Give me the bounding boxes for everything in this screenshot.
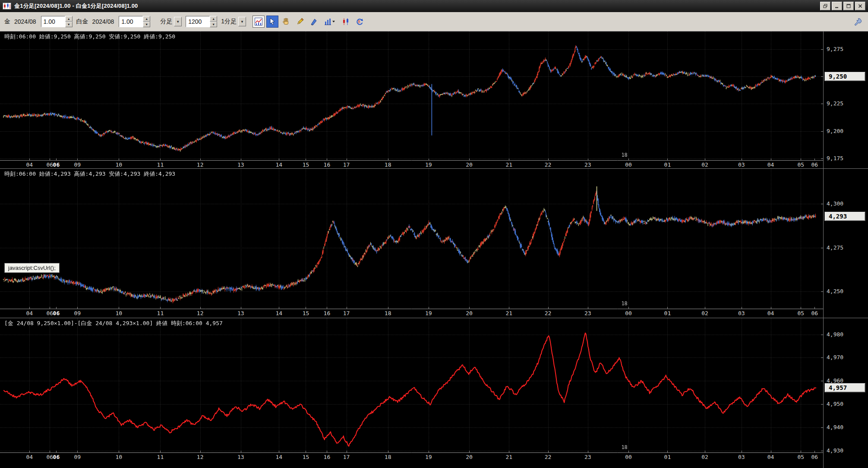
refresh-button[interactable]: R — [354, 16, 366, 28]
x-tick-label: 13 — [237, 310, 244, 316]
gold-multiplier-up-button[interactable]: ▲ — [65, 16, 73, 22]
x-tick-label: 21 — [505, 161, 512, 168]
x-tick-label: 06 — [53, 161, 60, 168]
x-tick-label: 11 — [157, 161, 164, 168]
gold-date-marker: 18 — [621, 152, 627, 158]
cursor-tool-button[interactable] — [266, 16, 278, 28]
x-tick-label: 09 — [74, 161, 81, 168]
chart-grid-button[interactable] — [253, 16, 265, 28]
x-tick-label: 01 — [664, 161, 671, 168]
spread-y-axis: 4,957 4,9804,9704,9604,9504,9404,930 — [823, 318, 868, 468]
hand-icon — [282, 17, 290, 26]
y-tick-label: 4,930 — [827, 447, 843, 454]
maximize-button[interactable] — [843, 2, 854, 10]
minimize-button[interactable] — [832, 2, 842, 10]
y-tick-label: 9,275 — [827, 46, 843, 52]
x-tick-label: 10 — [116, 310, 123, 316]
x-tick-label: 04 — [767, 161, 774, 168]
spread-line-canvas[interactable] — [0, 318, 823, 453]
x-tick-label: 03 — [738, 310, 745, 316]
platinum-multiplier-value[interactable]: 1.00 — [119, 16, 143, 27]
bar-count-down-button[interactable]: ▼ — [210, 22, 217, 27]
close-button[interactable] — [855, 2, 865, 10]
x-tick-label: 06 — [53, 454, 60, 460]
x-tick-label: 06 — [811, 454, 818, 460]
gold-multiplier-down-button[interactable]: ▼ — [65, 22, 73, 27]
y-tick-label: 9,225 — [827, 100, 843, 107]
compare-chart-button[interactable] — [340, 16, 352, 28]
y-tick-label: 4,250 — [827, 288, 843, 294]
x-tick-label: 14 — [276, 161, 283, 168]
x-tick-label: 01 — [664, 454, 671, 460]
interval-dropdown-icon[interactable]: ▼ — [238, 17, 246, 26]
x-tick-label: 00 — [625, 454, 632, 460]
x-tick-label: 20 — [466, 310, 473, 316]
x-tick-label: 13 — [237, 454, 244, 460]
candle-pair-icon — [341, 17, 350, 26]
settings-button[interactable] — [852, 16, 864, 28]
platinum-multiplier-spinner[interactable]: 1.00 ▲ ▼ — [119, 16, 150, 27]
x-tick-label: 17 — [343, 161, 350, 168]
indicator-menu-button[interactable] — [322, 16, 338, 28]
tool-group: R — [253, 16, 366, 28]
x-tick-label: 06 — [47, 161, 54, 168]
window-title: 金1分足[2024/08]1.00 - 白金1分足[2024/08]1.00 — [14, 2, 138, 10]
x-tick-label: 04 — [26, 310, 33, 316]
platinum-candle-canvas[interactable] — [0, 169, 823, 309]
bar-type-select[interactable]: 分足 ▼ — [160, 16, 182, 27]
x-tick-label: 02 — [701, 161, 708, 168]
titlebar: 金1分足[2024/08]1.00 - 白金1分足[2024/08]1.00 — [0, 0, 868, 12]
gold-multiplier-spinner[interactable]: 1.00 ▲ ▼ — [41, 16, 73, 27]
x-tick-label: 16 — [324, 454, 331, 460]
gold-candle-canvas[interactable] — [0, 32, 823, 161]
spread-current-price: 4,957 — [824, 383, 865, 392]
platinum-y-axis: 4,293 4,3004,2754,250 — [823, 169, 868, 318]
gold-info-line: 時刻:06:00 始値:9,250 高値:9,250 安値:9,250 終値:9… — [4, 33, 175, 41]
x-tick-label: 20 — [466, 161, 473, 168]
x-tick-label: 05 — [797, 161, 804, 168]
x-tick-label: 04 — [767, 454, 774, 460]
bar-count-spinner[interactable]: 1200 ▲ ▼ — [186, 16, 217, 27]
x-tick-label: 05 — [797, 310, 804, 316]
y-tick-label: 9,200 — [827, 128, 843, 134]
x-tick-label: 06 — [47, 310, 54, 316]
y-tick-label: 4,300 — [827, 200, 843, 207]
pen-tool-button[interactable] — [308, 16, 320, 28]
gold-month-value[interactable]: 2024/08 — [14, 18, 36, 25]
interval-value: 1分足 — [221, 18, 237, 25]
platinum-month-value[interactable]: 2024/08 — [92, 18, 114, 25]
y-tick-label: 9,175 — [827, 155, 843, 161]
platinum-multiplier-down-button[interactable]: ▼ — [143, 22, 150, 27]
x-tick-label: 17 — [343, 454, 350, 460]
spread-x-axis: 0406060910111213141516171819202122230001… — [0, 453, 823, 461]
maximize-icon — [846, 4, 851, 8]
platinum-current-price: 4,293 — [824, 212, 865, 221]
bar-chart-icon — [324, 17, 335, 26]
bar-count-value[interactable]: 1200 — [186, 16, 210, 27]
pencil-tool-button[interactable] — [294, 16, 306, 28]
platinum-x-axis: 0406060910111213141516171819202122230001… — [0, 309, 823, 317]
x-tick-label: 19 — [425, 310, 432, 316]
platinum-chart-panel: 時刻:06:00 始値:4,293 高値:4,293 安値:4,293 終値:4… — [0, 169, 868, 318]
window-controls — [820, 2, 865, 10]
y-tick-label: 4,275 — [827, 244, 843, 251]
gold-multiplier-value[interactable]: 1.00 — [41, 16, 65, 27]
y-tick-label: 4,950 — [827, 401, 843, 407]
hand-tool-button[interactable] — [280, 16, 292, 28]
pen-icon — [309, 17, 318, 26]
x-tick-label: 18 — [385, 310, 391, 316]
platinum-multiplier-up-button[interactable]: ▲ — [143, 16, 150, 22]
spread-chart-panel: [金 24/08 9,250×1.00]-[白金 24/08 4,293×1.0… — [0, 318, 868, 468]
bar-count-up-button[interactable]: ▲ — [210, 16, 217, 22]
x-tick-label: 16 — [324, 161, 331, 168]
svg-text:R: R — [358, 20, 361, 24]
x-tick-label: 14 — [276, 310, 283, 316]
restore-button[interactable] — [820, 2, 830, 10]
interval-select[interactable]: 1分足 ▼ — [221, 16, 246, 27]
x-tick-label: 06 — [811, 310, 818, 316]
spread-info-line: [金 24/08 9,250×1.00]-[白金 24/08 4,293×1.0… — [4, 319, 223, 327]
bar-type-dropdown-icon[interactable]: ▼ — [174, 17, 182, 26]
x-tick-label: 06 — [811, 161, 818, 168]
x-tick-label: 04 — [26, 161, 33, 168]
app-icon[interactable] — [3, 3, 11, 9]
